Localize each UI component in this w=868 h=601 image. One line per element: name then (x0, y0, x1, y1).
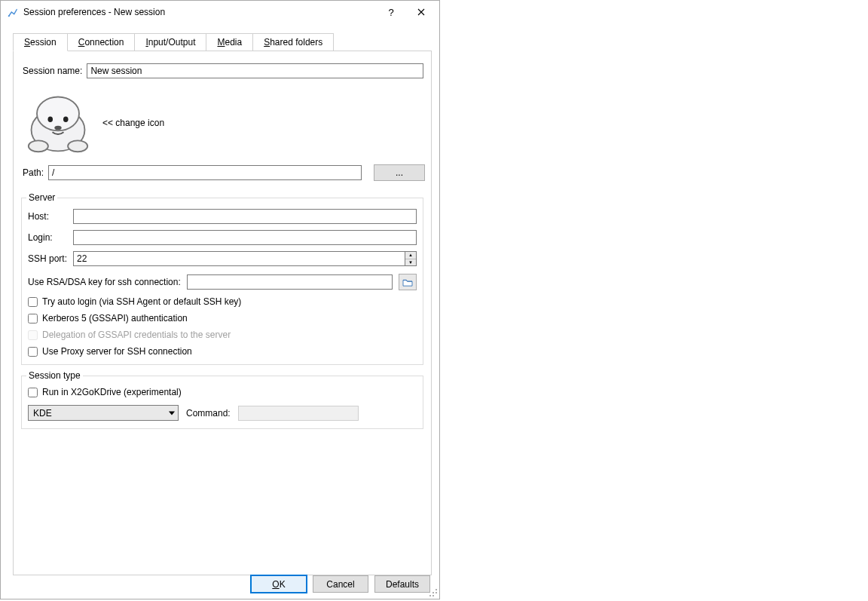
tab-media[interactable]: Media (206, 33, 253, 51)
server-group: Server Host: Login: SSH port: ▲ ▼ Use RS… (21, 198, 423, 365)
app-icon (7, 6, 19, 18)
window-title: Session preferences - New session (23, 7, 376, 17)
proxy-label[interactable]: Use Proxy server for SSH connection (42, 346, 192, 357)
svg-point-0 (8, 15, 10, 17)
chevron-down-icon (169, 411, 175, 415)
help-button[interactable]: ? (376, 2, 406, 23)
dialog-button-bar: OK Cancel Defaults (251, 575, 430, 593)
session-name-input[interactable] (87, 63, 423, 78)
folder-open-icon (402, 278, 413, 287)
resize-grip[interactable] (428, 587, 439, 598)
ssh-port-spin-up[interactable]: ▲ (405, 252, 416, 259)
svg-point-7 (68, 140, 87, 152)
kerberos-label[interactable]: Kerberos 5 (GSSAPI) authentication (42, 313, 188, 323)
tab-shared-folders[interactable]: Shared folders (253, 33, 334, 51)
host-input[interactable] (73, 209, 417, 224)
titlebar: Session preferences - New session ? (1, 1, 439, 23)
ssh-port-input[interactable] (73, 251, 405, 266)
path-input[interactable] (48, 165, 362, 180)
host-label: Host: (28, 211, 67, 222)
change-icon-link[interactable]: << change icon (102, 118, 164, 128)
ok-button[interactable]: OK (251, 575, 307, 593)
auto-login-label[interactable]: Try auto login (via SSH Agent or default… (42, 296, 241, 307)
rsa-key-browse-button[interactable] (399, 274, 417, 290)
tab-connection[interactable]: Connection (68, 33, 136, 51)
kerberos-checkbox[interactable] (28, 314, 38, 323)
session-type-legend: Session type (26, 370, 83, 381)
delegation-label: Delegation of GSSAPI credentials to the … (42, 330, 231, 340)
ssh-port-label: SSH port: (28, 253, 67, 264)
session-preferences-window: Session preferences - New session ? Sess… (0, 0, 440, 599)
path-label: Path: (23, 167, 44, 178)
command-input (238, 406, 359, 421)
kdrive-checkbox[interactable] (28, 388, 38, 397)
auto-login-checkbox[interactable] (28, 297, 38, 307)
login-input[interactable] (73, 230, 417, 245)
close-button[interactable] (406, 2, 436, 23)
tab-page-session: Session name: << change icon (13, 51, 432, 575)
session-type-selected: KDE (33, 408, 52, 419)
proxy-checkbox[interactable] (28, 347, 38, 357)
session-type-combo[interactable]: KDE (28, 405, 179, 421)
tab-session[interactable]: Session (13, 33, 68, 51)
svg-point-6 (29, 140, 48, 152)
svg-point-2 (37, 97, 79, 130)
svg-point-5 (54, 126, 61, 130)
kdrive-label[interactable]: Run in X2GoKDrive (experimental) (42, 387, 182, 397)
login-label: Login: (28, 232, 67, 243)
tab-input-output[interactable]: Input/Output (135, 33, 206, 51)
defaults-button[interactable]: Defaults (374, 575, 430, 593)
delegation-checkbox (28, 330, 38, 340)
server-legend: Server (26, 192, 57, 203)
command-label: Command: (186, 408, 231, 419)
session-name-label: Session name: (23, 66, 82, 76)
svg-point-3 (47, 117, 53, 122)
rsa-key-input[interactable] (187, 274, 393, 290)
tabstrip: Session Connection Input/Output Media Sh… (13, 32, 439, 51)
session-type-group: Session type Run in X2GoKDrive (experime… (21, 376, 423, 429)
svg-point-4 (63, 117, 69, 122)
path-browse-button[interactable]: ... (374, 164, 425, 181)
session-icon[interactable] (23, 91, 93, 155)
cancel-button[interactable]: Cancel (313, 575, 368, 593)
rsa-key-label: Use RSA/DSA key for ssh connection: (28, 277, 181, 287)
ssh-port-spin-down[interactable]: ▼ (405, 259, 416, 266)
